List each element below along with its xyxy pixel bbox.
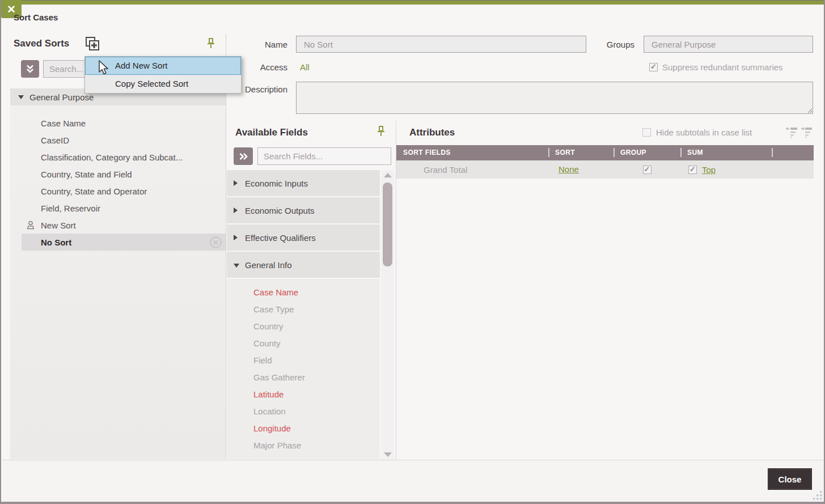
saved-sort-item[interactable]: Country, State and Operator bbox=[10, 183, 226, 200]
saved-sort-item[interactable]: Case Name bbox=[10, 115, 226, 132]
field-item[interactable]: Latitude bbox=[227, 386, 380, 403]
table-header-cell[interactable] bbox=[772, 145, 814, 160]
dialog-title: Sort Cases bbox=[14, 12, 58, 22]
expand-collapse-all-button[interactable] bbox=[21, 60, 39, 78]
sum-checkbox[interactable] bbox=[688, 166, 697, 174]
field-section-row[interactable]: Economic Inputs bbox=[227, 170, 380, 196]
available-fields-heading: Available Fields bbox=[235, 127, 308, 138]
section-chevron-icon bbox=[234, 205, 242, 215]
saved-sorts-heading: Saved Sorts bbox=[14, 38, 69, 49]
triangle-up-icon bbox=[384, 173, 392, 177]
add-field-button[interactable] bbox=[234, 147, 253, 165]
attributes-heading: Attributes bbox=[409, 127, 455, 138]
saved-sort-item[interactable]: Country, State and Field bbox=[10, 166, 226, 183]
field-section-row[interactable]: General Info bbox=[227, 252, 380, 278]
context-menu-item[interactable]: Add New Sort bbox=[85, 57, 241, 75]
add-sort-icon[interactable] bbox=[84, 36, 100, 52]
section-label: Economic Outputs bbox=[245, 206, 315, 215]
pin-panel-icon[interactable] bbox=[207, 37, 215, 50]
suppress-checkbox-label: Suppress redundant summaries bbox=[662, 62, 783, 72]
general-info-field-list: Case NameCase TypeCountryCountyFieldGas … bbox=[227, 279, 380, 459]
field-section-row[interactable]: Effective Qualifiers bbox=[227, 225, 380, 251]
hide-subtotals-control: Hide subtotals in case list bbox=[642, 128, 752, 137]
field-item[interactable]: Case Name bbox=[227, 284, 380, 301]
fields-scrollbar bbox=[381, 170, 394, 460]
chevron-down-icon bbox=[18, 95, 24, 99]
section-chevron-icon bbox=[234, 260, 242, 270]
saved-sort-item[interactable]: Field, Reservoir bbox=[10, 200, 226, 217]
sort-cases-dialog: ✕ Sort Cases Saved Sorts General Purpose bbox=[0, 0, 825, 504]
section-chevron-icon bbox=[234, 232, 242, 243]
field-item[interactable]: Country bbox=[227, 318, 380, 335]
groups-input[interactable] bbox=[644, 36, 813, 53]
group-label: General Purpose bbox=[29, 92, 94, 102]
table-header-cell[interactable]: SORT FIELDS bbox=[396, 145, 548, 160]
double-chevron-down-icon bbox=[26, 64, 35, 74]
saved-sort-item[interactable]: No Sort bbox=[22, 234, 226, 251]
saved-sorts-list: Case Name CaseID bbox=[10, 115, 226, 251]
double-chevron-right-icon bbox=[239, 152, 248, 161]
sort-none-link[interactable]: None bbox=[559, 164, 579, 174]
field-item[interactable]: Location bbox=[227, 403, 380, 420]
saved-sort-label: Case Name bbox=[41, 118, 86, 128]
dialog-footer bbox=[2, 460, 825, 502]
subtotal-indent-icons bbox=[786, 127, 813, 138]
table-header-cell[interactable]: SUM bbox=[680, 145, 772, 160]
field-item[interactable]: Field bbox=[227, 352, 380, 369]
field-item[interactable]: County bbox=[227, 335, 380, 352]
saved-sort-label: Country, State and Operator bbox=[41, 187, 147, 196]
saved-sort-label: No Sort bbox=[41, 238, 71, 247]
triangle-down-icon bbox=[384, 452, 392, 457]
saved-sort-item[interactable]: CaseID bbox=[10, 132, 226, 149]
saved-sort-label: Country, State and Field bbox=[41, 170, 132, 179]
scroll-up-arrow[interactable] bbox=[381, 170, 394, 180]
dialog-top-accent-bar bbox=[1, 0, 824, 5]
field-item[interactable]: Gas Gatherer bbox=[227, 369, 380, 386]
name-label: Name bbox=[217, 40, 287, 49]
pin-fields-panel-icon[interactable] bbox=[377, 125, 385, 138]
resize-grip[interactable] bbox=[812, 490, 823, 501]
groups-label: Groups bbox=[571, 40, 634, 49]
section-chevron-icon bbox=[234, 178, 242, 188]
remove-sort-icon[interactable] bbox=[209, 236, 222, 249]
indent-subtotal-icon[interactable] bbox=[801, 127, 813, 138]
table-header-row: SORT FIELDSSORTGROUPSUM bbox=[396, 145, 814, 160]
field-item[interactable]: Oil Gatherer bbox=[227, 454, 380, 459]
scrollbar-thumb[interactable] bbox=[383, 183, 392, 266]
saved-sort-label: CaseID bbox=[41, 135, 69, 145]
field-item[interactable]: Major Phase bbox=[227, 437, 380, 454]
saved-sort-label: New Sort bbox=[41, 221, 76, 230]
hide-subtotals-checkbox[interactable] bbox=[642, 128, 651, 137]
table-header-cell[interactable]: SORT bbox=[548, 145, 614, 160]
field-section-row[interactable]: Economic Outputs bbox=[227, 197, 380, 223]
context-menu: Add New SortCopy Selected Sort bbox=[84, 56, 242, 94]
group-checkbox[interactable] bbox=[643, 166, 651, 174]
field-sections-accordion: Economic Inputs Economic Outputs Effecti… bbox=[227, 170, 380, 279]
context-menu-item[interactable]: Copy Selected Sort bbox=[85, 75, 241, 93]
suppress-redundant-summaries: Suppress redundant summaries bbox=[649, 62, 783, 72]
section-label: General Info bbox=[245, 260, 292, 270]
dialog-bottom-border bbox=[1, 502, 824, 504]
name-input[interactable] bbox=[296, 36, 586, 53]
user-icon bbox=[26, 221, 35, 230]
saved-sort-label: Field, Reservoir bbox=[41, 204, 100, 213]
table-row: Grand Total None Top bbox=[396, 160, 814, 179]
saved-sort-item[interactable]: New Sort bbox=[10, 217, 226, 234]
section-label: Economic Inputs bbox=[245, 179, 308, 188]
close-button[interactable]: Close bbox=[768, 468, 812, 490]
description-textarea[interactable] bbox=[296, 82, 813, 114]
suppress-checkbox[interactable] bbox=[649, 63, 658, 71]
field-item[interactable]: Longitude bbox=[227, 420, 380, 437]
table-header-cell[interactable]: GROUP bbox=[614, 145, 680, 160]
field-item[interactable]: Case Type bbox=[227, 301, 380, 318]
fields-search-input[interactable] bbox=[257, 147, 391, 165]
sum-top-link[interactable]: Top bbox=[702, 165, 716, 175]
outdent-subtotal-icon[interactable] bbox=[786, 127, 798, 138]
section-label: Effective Qualifiers bbox=[245, 233, 316, 243]
sort-fields-table: SORT FIELDSSORTGROUPSUM Grand Total None… bbox=[396, 145, 814, 179]
access-value-link[interactable]: All bbox=[300, 62, 310, 72]
grand-total-cell: Grand Total bbox=[396, 165, 548, 175]
scroll-down-arrow[interactable] bbox=[381, 450, 394, 460]
saved-sort-item[interactable]: Classification, Category and Subcat... bbox=[10, 149, 226, 166]
left-panel-divider bbox=[226, 34, 226, 459]
